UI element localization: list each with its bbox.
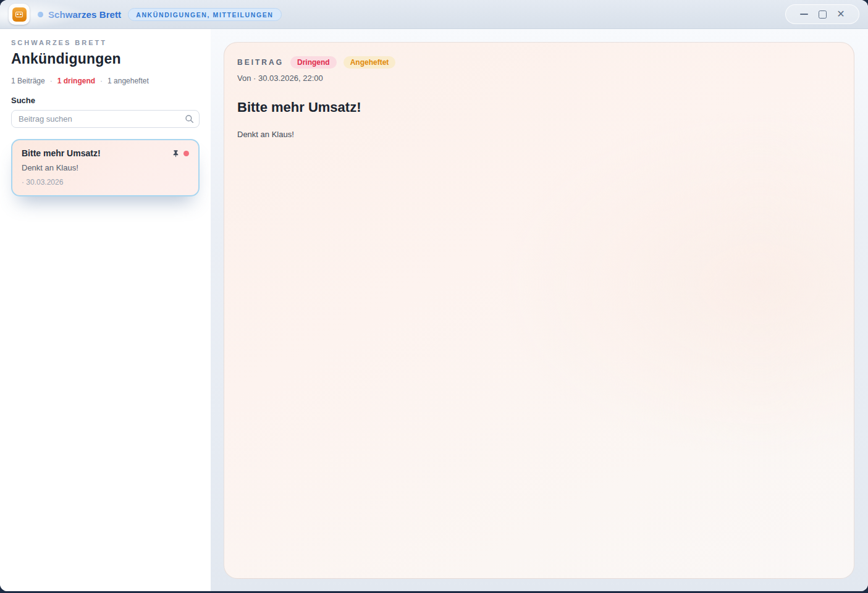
stat-pinned: 1 angeheftet bbox=[107, 77, 149, 85]
post-meta: Von · 30.03.2026, 22:00 bbox=[237, 74, 841, 83]
close-icon: ✕ bbox=[836, 9, 845, 19]
minimize-icon bbox=[800, 14, 808, 15]
stat-separator: · bbox=[50, 77, 53, 85]
post-item-title: Bitte mehr Umsatz! bbox=[22, 148, 172, 158]
sidebar: SCHWARZES BRETT Ankündigungen 1 Beiträge… bbox=[0, 29, 211, 591]
urgent-dot-icon bbox=[183, 151, 189, 156]
stat-urgent: 1 dringend bbox=[57, 77, 95, 85]
main-area: BEITRAG Dringend Angeheftet Von · 30.03.… bbox=[211, 29, 868, 591]
search-label: Suche bbox=[11, 96, 200, 105]
app-icon bbox=[9, 4, 30, 25]
post-list-item[interactable]: Bitte mehr Umsatz! Denkt an Klaus! · 30.… bbox=[11, 139, 200, 196]
category-badge: ANKÜNDIGUNGEN, MITTEILUNGEN bbox=[128, 8, 281, 21]
close-button[interactable]: ✕ bbox=[832, 8, 850, 20]
post-kind-label: BEITRAG bbox=[237, 58, 284, 67]
post-body: Denkt an Klaus! bbox=[237, 130, 841, 139]
stat-posts: 1 Beiträge bbox=[11, 77, 45, 85]
search-icon bbox=[185, 114, 194, 124]
search-input[interactable] bbox=[11, 110, 200, 128]
maximize-icon bbox=[819, 11, 827, 19]
post-item-body: Denkt an Klaus! bbox=[22, 163, 189, 172]
post-item-date: · 30.03.2026 bbox=[22, 178, 189, 187]
status-dot-icon bbox=[38, 12, 43, 17]
minimize-button[interactable] bbox=[794, 8, 813, 20]
pinned-badge: Angeheftet bbox=[343, 56, 396, 69]
pin-icon bbox=[172, 149, 180, 158]
sidebar-eyebrow: SCHWARZES BRETT bbox=[11, 39, 200, 46]
stat-separator: · bbox=[100, 77, 103, 85]
window-controls: ✕ bbox=[785, 4, 859, 24]
title-bar: Schwarzes Brett ANKÜNDIGUNGEN, MITTEILUN… bbox=[0, 0, 868, 29]
page-title: Ankündigungen bbox=[11, 51, 200, 67]
post-detail-card: BEITRAG Dringend Angeheftet Von · 30.03.… bbox=[224, 42, 854, 579]
bulletin-board-icon bbox=[12, 7, 27, 22]
post-stats: 1 Beiträge · 1 dringend · 1 angeheftet bbox=[11, 77, 200, 85]
app-window: Schwarzes Brett ANKÜNDIGUNGEN, MITTEILUN… bbox=[0, 0, 868, 591]
post-title: Bitte mehr Umsatz! bbox=[237, 99, 841, 116]
window-title: Schwarzes Brett bbox=[48, 9, 121, 20]
urgent-badge: Dringend bbox=[290, 56, 337, 69]
maximize-button[interactable] bbox=[813, 8, 832, 20]
